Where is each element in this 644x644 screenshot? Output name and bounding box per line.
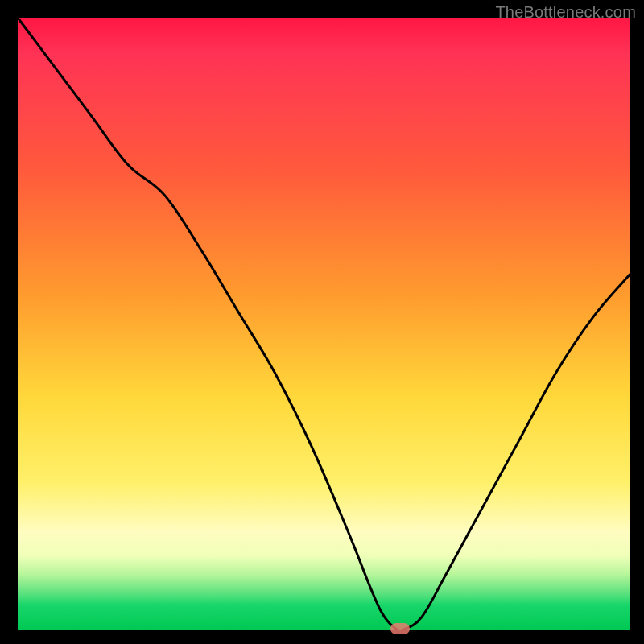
chart-svg bbox=[18, 18, 630, 630]
minimum-marker bbox=[390, 623, 410, 634]
plot-area bbox=[18, 18, 630, 630]
attribution-text: TheBottleneck.com bbox=[495, 3, 636, 22]
bottleneck-curve bbox=[18, 18, 630, 631]
image-frame: TheBottleneck.com bbox=[0, 0, 644, 644]
